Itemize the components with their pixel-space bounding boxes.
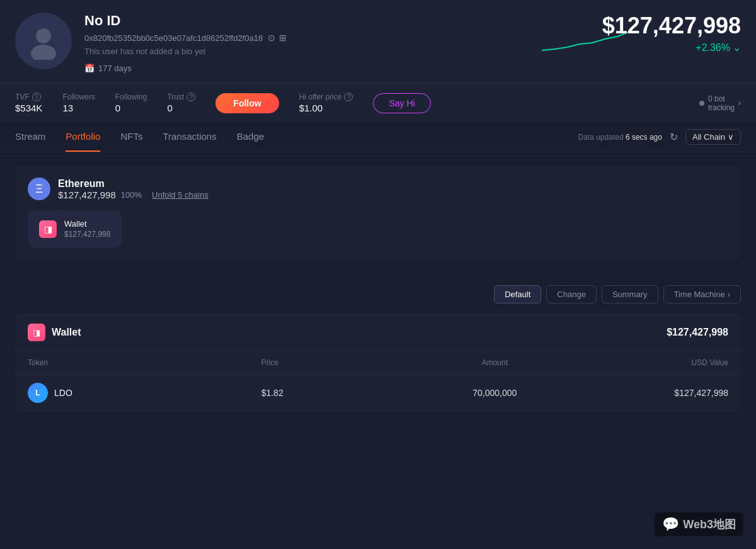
profile-section: No ID 0x820fb25352bb0c5e03e07afc1d86252f… — [0, 0, 756, 83]
tvf-info-icon[interactable]: ? — [32, 93, 41, 101]
trust-stat: Trust ? 0 — [167, 93, 195, 113]
wallet-address: 0x820fb25352bb0c5e03e07afc1d86252ffd2f0a… — [84, 33, 263, 43]
hi-offer-info-icon[interactable]: ? — [344, 93, 353, 101]
chain-section: Ξ Ethereum $127,427,998 100% Unfold 5 ch… — [15, 165, 741, 260]
tvf-label: TVF ? — [15, 93, 42, 101]
data-updated-text: Data updated 6 secs ago — [578, 133, 662, 142]
bottom-section: Default Change Summary Time Machine › ◨ … — [0, 285, 756, 427]
follow-button[interactable]: Follow — [215, 93, 278, 113]
days-value: 177 days — [98, 64, 132, 73]
ldo-token-icon: L — [28, 383, 48, 403]
chain-info: Ethereum $127,427,998 100% Unfold 5 chai… — [58, 178, 209, 200]
token-table-header: Token Price Amount USD Value — [15, 352, 741, 374]
chain-select[interactable]: All Chain ∨ — [685, 129, 741, 145]
tvf-value: $534K — [15, 103, 42, 113]
portfolio-total-value: $127,427,998 — [602, 13, 741, 39]
days-badge: 📅 177 days — [84, 64, 741, 73]
nav-tabs: Stream Portfolio NFTs Transactions Badge… — [0, 122, 756, 152]
copy-icon[interactable]: ⊙ — [268, 33, 275, 43]
portfolio-value-section: $127,427,998 +2.36% ⌄ — [602, 13, 741, 54]
wallet-icons: ⊙ ⊞ — [268, 33, 287, 43]
bot-tracking: 0 bot tracking › — [699, 94, 741, 112]
amount-cell: 70,000,000 — [378, 388, 612, 398]
wallet-card-icon: ◨ — [39, 220, 57, 238]
svg-point-0 — [36, 28, 51, 43]
chevron-right-icon[interactable]: › — [738, 99, 741, 108]
tvf-stat: TVF ? $534K — [15, 93, 42, 113]
chain-select-label: All Chain — [692, 132, 725, 142]
portfolio-content: Ξ Ethereum $127,427,998 100% Unfold 5 ch… — [0, 152, 756, 285]
token-table: Token Price Amount USD Value L LDO $1.82… — [15, 352, 741, 412]
say-hi-button[interactable]: Say Hi — [373, 93, 430, 113]
following-value: 0 — [115, 103, 147, 113]
bot-dot-icon — [699, 101, 704, 106]
usd-col-header: USD Value — [612, 358, 728, 367]
hi-offer-value: $1.00 — [299, 103, 353, 113]
ethereum-icon: Ξ — [28, 178, 50, 200]
svg-point-1 — [31, 45, 56, 60]
view-controls: Default Change Summary Time Machine › — [15, 285, 741, 303]
watermark: 💬 Web3地图 — [655, 512, 743, 536]
change-percent: +2.36% — [696, 42, 730, 54]
trust-info-icon[interactable]: ? — [186, 93, 195, 101]
change-view-button[interactable]: Change — [546, 285, 597, 303]
wechat-icon: 💬 — [662, 516, 679, 533]
chain-name: Ethereum — [58, 178, 209, 190]
nav-right: Data updated 6 secs ago ↻ All Chain ∨ — [578, 129, 741, 145]
default-view-button[interactable]: Default — [494, 285, 541, 303]
followers-value: 13 — [62, 103, 94, 113]
trust-value: 0 — [167, 103, 195, 113]
tab-transactions[interactable]: Transactions — [163, 122, 216, 152]
chain-percent: 100% — [121, 190, 142, 200]
calendar-icon: 📅 — [84, 64, 94, 73]
bot-tracking-value: 0 bot tracking — [708, 94, 735, 112]
tab-stream[interactable]: Stream — [15, 122, 45, 152]
stats-row: TVF ? $534K Followers 13 Following 0 Tru… — [0, 83, 756, 122]
usd-value-cell: $127,427,998 — [612, 388, 728, 398]
wallet-card-name: Wallet — [64, 219, 110, 229]
following-label: Following — [115, 93, 147, 101]
avatar — [15, 13, 72, 69]
chain-header: Ξ Ethereum $127,427,998 100% Unfold 5 ch… — [28, 178, 728, 200]
refresh-icon[interactable]: ↻ — [670, 131, 678, 143]
token-col-header: Token — [28, 358, 261, 367]
tab-portfolio[interactable]: Portfolio — [66, 122, 100, 152]
followers-stat: Followers 13 — [62, 93, 94, 113]
amount-col-header: Amount — [378, 358, 612, 367]
chevron-right-icon: › — [728, 290, 730, 299]
wallet-table-name: Wallet — [52, 327, 81, 338]
price-cell: $1.82 — [261, 388, 378, 398]
following-stat: Following 0 — [115, 93, 147, 113]
wallet-table-total: $127,427,998 — [667, 327, 728, 338]
followers-label: Followers — [62, 93, 94, 101]
hi-offer-stat: Hi offer price ? $1.00 — [299, 93, 353, 113]
unfold-chains-link[interactable]: Unfold 5 chains — [152, 190, 209, 200]
token-cell: L LDO — [28, 383, 261, 403]
time-machine-button[interactable]: Time Machine › — [663, 285, 742, 303]
summary-view-button[interactable]: Summary — [602, 285, 658, 303]
chevron-down-icon: ∨ — [728, 132, 734, 142]
qr-icon[interactable]: ⊞ — [279, 33, 287, 43]
chevron-down-icon[interactable]: ⌄ — [733, 42, 741, 54]
trust-label: Trust ? — [167, 93, 195, 101]
portfolio-change: +2.36% ⌄ — [602, 42, 741, 54]
wallet-card-info: Wallet $127,427,998 — [64, 219, 110, 239]
chain-value: $127,427,998 — [58, 190, 116, 200]
watermark-text: Web3地图 — [683, 517, 736, 532]
price-col-header: Price — [261, 358, 378, 367]
table-row: L LDO $1.82 70,000,000 $127,427,998 — [15, 374, 741, 412]
wallet-card-value: $127,427,998 — [64, 230, 110, 239]
token-name: LDO — [54, 388, 72, 398]
wallet-table-section: ◨ Wallet $127,427,998 Token Price Amount… — [15, 314, 741, 412]
tab-badge[interactable]: Badge — [237, 122, 264, 152]
wallet-card[interactable]: ◨ Wallet $127,427,998 — [28, 210, 122, 247]
hi-offer-label: Hi offer price ? — [299, 93, 353, 101]
tab-nfts[interactable]: NFTs — [120, 122, 142, 152]
wallet-header-row: ◨ Wallet $127,427,998 — [15, 314, 741, 352]
wallet-table-icon: ◨ — [28, 324, 45, 341]
time-machine-label: Time Machine — [674, 290, 725, 299]
